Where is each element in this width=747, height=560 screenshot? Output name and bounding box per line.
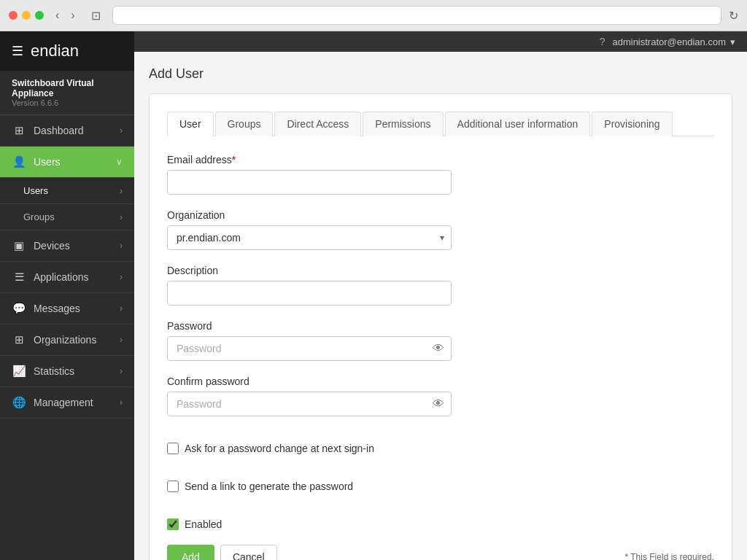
logo-text: endian xyxy=(31,42,79,61)
sidebar-item-dashboard[interactable]: ⊞ Dashboard › xyxy=(0,115,134,147)
maximize-button[interactable] xyxy=(35,11,44,20)
hamburger-icon[interactable]: ☰ xyxy=(12,43,23,59)
dashboard-icon: ⊞ xyxy=(12,124,26,137)
app-layout: ☰ endian Switchboard Virtual Appliance V… xyxy=(0,31,747,560)
subnav-label: Users xyxy=(23,185,48,196)
password-change-checkbox-group: Ask for a password change at next sign-i… xyxy=(167,443,714,454)
reload-button[interactable]: ↻ xyxy=(729,9,738,23)
sidebar-item-label: Dashboard xyxy=(34,125,84,136)
chevron-right-icon: › xyxy=(120,125,123,136)
password-label: Password xyxy=(167,320,714,332)
forward-button[interactable]: › xyxy=(66,7,79,23)
organization-select-wrapper: pr.endian.com ▾ xyxy=(167,225,452,250)
window-chrome: ‹ › ⊡ ↻ xyxy=(0,0,747,31)
organization-select[interactable]: pr.endian.com xyxy=(167,225,452,250)
page-title: Add User xyxy=(149,66,732,82)
sidebar-item-label: Devices xyxy=(34,240,70,252)
enabled-checkbox-group: Enabled xyxy=(167,518,714,530)
help-icon[interactable]: ? xyxy=(600,36,605,47)
chevron-right-icon: › xyxy=(120,186,123,196)
messages-icon: 💬 xyxy=(12,302,26,315)
back-button[interactable]: ‹ xyxy=(51,7,63,23)
tab-permissions[interactable]: Permissions xyxy=(363,112,443,136)
sidebar-item-messages[interactable]: 💬 Messages › xyxy=(0,293,134,324)
chevron-right-icon: › xyxy=(120,212,123,222)
password-wrapper: 👁 xyxy=(167,336,452,361)
chevron-right-icon: › xyxy=(120,272,123,282)
tab-groups[interactable]: Groups xyxy=(215,112,274,136)
description-field[interactable] xyxy=(167,281,452,306)
tab-provisioning[interactable]: Provisioning xyxy=(592,112,672,136)
sidebar-item-label: Messages xyxy=(34,303,80,314)
send-link-checkbox[interactable] xyxy=(167,481,179,492)
sidebar-toggle-button[interactable]: ⊡ xyxy=(87,7,105,24)
tab-additional-info[interactable]: Additional user information xyxy=(445,112,591,136)
password-toggle-icon[interactable]: 👁 xyxy=(433,342,444,355)
statistics-icon: 📈 xyxy=(12,365,26,378)
content-area: Add User User Groups Direct Access Permi… xyxy=(134,52,747,560)
sidebar-item-management[interactable]: 🌐 Management › xyxy=(0,387,134,419)
confirm-password-form-group: Confirm password 👁 xyxy=(167,376,714,416)
confirm-password-toggle-icon[interactable]: 👁 xyxy=(433,397,444,411)
sidebar-subitem-groups[interactable]: Groups › xyxy=(0,204,134,230)
top-bar: ? administrator@endian.com ▾ xyxy=(134,31,747,52)
cancel-button[interactable]: Cancel xyxy=(220,545,277,560)
chevron-right-icon: › xyxy=(120,366,123,376)
app-info: Switchboard Virtual Appliance Version 6.… xyxy=(0,71,134,115)
add-user-card: User Groups Direct Access Permissions Ad… xyxy=(149,93,732,560)
subnav-label: Groups xyxy=(23,211,55,222)
chevron-right-icon: › xyxy=(120,335,123,345)
user-dropdown-icon: ▾ xyxy=(730,36,735,47)
sidebar-logo: ☰ endian xyxy=(12,42,123,61)
chevron-right-icon: › xyxy=(120,241,123,251)
sidebar-item-statistics[interactable]: 📈 Statistics › xyxy=(0,356,134,387)
send-link-label[interactable]: Send a link to generate the password xyxy=(185,481,353,492)
sidebar-item-label: Applications xyxy=(34,271,89,283)
address-bar[interactable] xyxy=(112,6,721,25)
add-button[interactable]: Add xyxy=(167,545,214,560)
description-form-group: Description xyxy=(167,265,714,306)
sidebar-item-organizations[interactable]: ⊞ Organizations › xyxy=(0,324,134,356)
enabled-checkbox[interactable] xyxy=(167,518,179,530)
sidebar-item-users[interactable]: 👤 Users ∨ xyxy=(0,147,134,178)
sidebar-item-devices[interactable]: ▣ Devices › xyxy=(0,230,134,262)
password-field[interactable] xyxy=(167,336,452,361)
sidebar: ☰ endian Switchboard Virtual Appliance V… xyxy=(0,31,134,560)
traffic-lights xyxy=(9,11,44,20)
sidebar-item-label: Users xyxy=(34,156,61,168)
button-group: Add Cancel xyxy=(167,545,277,560)
app-version: Version 6.6.6 xyxy=(12,98,123,107)
confirm-password-field[interactable] xyxy=(167,392,452,416)
password-change-checkbox[interactable] xyxy=(167,443,179,454)
description-label: Description xyxy=(167,265,714,276)
enabled-label[interactable]: Enabled xyxy=(185,518,222,530)
applications-icon: ☰ xyxy=(12,271,26,284)
sidebar-item-label: Statistics xyxy=(34,365,74,377)
nav-buttons: ‹ › xyxy=(51,7,80,23)
email-field[interactable] xyxy=(167,170,452,195)
close-button[interactable] xyxy=(9,11,18,20)
spacer3 xyxy=(167,507,714,518)
devices-icon: ▣ xyxy=(12,239,26,252)
sidebar-header: ☰ endian xyxy=(0,31,134,71)
spacer2 xyxy=(167,469,714,481)
organizations-icon: ⊞ xyxy=(12,333,26,346)
confirm-password-wrapper: 👁 xyxy=(167,392,452,416)
required-marker: * xyxy=(232,154,236,166)
users-icon: 👤 xyxy=(12,155,26,168)
password-change-label[interactable]: Ask for a password change at next sign-i… xyxy=(185,443,374,454)
tab-user[interactable]: User xyxy=(167,112,214,136)
tab-bar: User Groups Direct Access Permissions Ad… xyxy=(167,112,714,136)
sidebar-subitem-users[interactable]: Users › xyxy=(0,178,134,204)
management-icon: 🌐 xyxy=(12,396,26,409)
send-link-checkbox-group: Send a link to generate the password xyxy=(167,481,714,492)
tab-direct-access[interactable]: Direct Access xyxy=(274,112,361,136)
spacer xyxy=(167,431,714,443)
sidebar-item-label: Management xyxy=(34,397,93,408)
sidebar-item-applications[interactable]: ☰ Applications › xyxy=(0,262,134,293)
minimize-button[interactable] xyxy=(22,11,31,20)
sidebar-item-label: Organizations xyxy=(34,334,96,346)
user-menu[interactable]: administrator@endian.com ▾ xyxy=(612,36,735,47)
email-form-group: Email address* xyxy=(167,154,714,195)
password-form-group: Password 👁 xyxy=(167,320,714,361)
